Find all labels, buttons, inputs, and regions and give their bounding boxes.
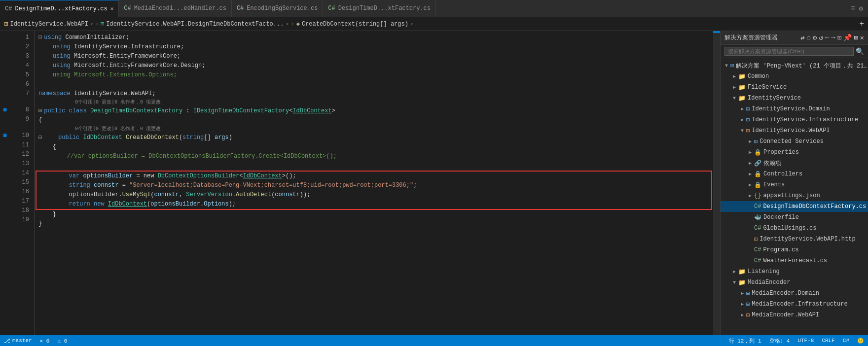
panel-filter-btn[interactable]: ⚙ xyxy=(813,34,817,42)
breadcrumb-dropdown-3[interactable]: ▾ xyxy=(410,21,413,27)
tree-item-me-domain[interactable]: ▶ ⊞ MediaEncoder.Domain xyxy=(721,288,868,299)
code-line-19: } xyxy=(35,219,713,229)
tree-item-identityservice[interactable]: ▼ 📁 IdentityService xyxy=(721,93,868,104)
editor-minimap[interactable] xyxy=(713,31,720,335)
collapse-icon-10[interactable]: ⊟ xyxy=(38,133,42,142)
project-icon-is-webapi: ⊟ xyxy=(746,127,750,135)
collapse-icon-8[interactable]: ⊟ xyxy=(38,106,42,116)
tree-item-events[interactable]: ▶ 🔒 Events xyxy=(721,179,868,190)
status-git[interactable]: ⎇ master xyxy=(4,338,32,344)
tree-item-mediaencoder[interactable]: ▼ 📁 MediaEncoder xyxy=(721,277,868,288)
expand-events[interactable]: ▶ xyxy=(746,182,754,188)
tab-0[interactable]: C# DesignTimeD...xtFactory.cs ✕ xyxy=(0,0,119,17)
expand-appsettings[interactable]: ▶ xyxy=(746,193,754,199)
tree-item-is-domain[interactable]: ▶ ⊞ IdentityService.Domain xyxy=(721,104,868,114)
breadcrumb-sep-1: › xyxy=(95,21,99,28)
tab-2[interactable]: C# EncodingBgService.cs xyxy=(232,0,323,17)
expand-common[interactable]: ▶ xyxy=(730,73,738,79)
tree-item-listening[interactable]: ▶ 📁 Listening xyxy=(721,266,868,277)
panel-home-btn[interactable]: ⌂ xyxy=(807,34,811,42)
folder-icon-common: 📁 xyxy=(738,73,746,80)
collapse-icon-1[interactable]: ⊟ xyxy=(38,33,42,42)
docker-icon: 🐳 xyxy=(754,214,761,221)
code-line-12: //var optionsBuilder = DbContextOptionsB… xyxy=(35,152,713,161)
tree-label-me-infra: MediaEncoder.Infrastructure xyxy=(752,301,868,308)
line-num-19: 19 xyxy=(10,215,34,225)
expand-me-webapi[interactable]: ▶ xyxy=(738,312,746,318)
meta-line-9: 0个引用|0 更改|0 名作者，0 项更改 xyxy=(35,125,713,133)
tree-item-properties[interactable]: ▶ 🔒 Properties xyxy=(721,147,868,158)
tree-item-appsettings[interactable]: ▶ {} appsettings.json xyxy=(721,190,868,201)
expand-solution[interactable]: ▼ xyxy=(723,63,730,69)
expand-is-domain[interactable]: ▶ xyxy=(738,106,746,112)
expand-mediaencoder[interactable]: ▼ xyxy=(730,280,738,285)
tree-item-connected-services[interactable]: ▶ ⊡ Connected Services xyxy=(721,136,868,147)
line-num-18: 18 xyxy=(10,206,34,215)
folder-icon-identityservice: 📁 xyxy=(738,95,746,102)
tree-item-me-webapi[interactable]: ▶ ⊟ MediaEncoder.WebAPI xyxy=(721,310,868,320)
expand-is-infra[interactable]: ▶ xyxy=(738,117,746,123)
panel-undock-btn[interactable]: ⊠ xyxy=(854,34,858,42)
tree-item-designtime[interactable]: C# DesignTimeDbContextFactory.cs xyxy=(721,201,868,212)
tab-label-3: DesignTimeD...xtFactory.cs xyxy=(338,5,431,12)
status-errors[interactable]: ✕ 0 xyxy=(40,338,50,344)
expand-fileservice[interactable]: ▶ xyxy=(730,84,738,90)
status-warnings[interactable]: ⚠ 0 xyxy=(57,338,67,344)
expand-is-webapi[interactable]: ▼ xyxy=(738,128,746,134)
code-line-11: { xyxy=(35,142,713,152)
breadcrumb-namespace[interactable]: IdentityService.WebAPI xyxy=(10,21,88,28)
tree-item-is-infra[interactable]: ▶ ⊞ IdentityService.Infrastructure xyxy=(721,114,868,125)
tree-item-fileservice[interactable]: ▶ 📁 FileService xyxy=(721,82,868,93)
breadcrumb-method[interactable]: CreateDbContext(string[] args) xyxy=(302,21,408,28)
tree-item-globalusings[interactable]: C# GlobalUsings.cs xyxy=(721,223,868,234)
line-num-10: 10 xyxy=(10,131,34,140)
panel-close-btn[interactable]: ✕ xyxy=(860,34,864,42)
expand-properties[interactable]: ▶ xyxy=(746,149,754,155)
panel-tools-btn[interactable]: ⊡ xyxy=(837,34,841,42)
tab-overflow-icon[interactable]: ≡ xyxy=(850,3,856,13)
tree-label-me-domain: MediaEncoder.Domain xyxy=(752,290,868,297)
expand-me-domain[interactable]: ▶ xyxy=(738,290,746,296)
tree-item-deps[interactable]: ▶ 🔗 依赖项 xyxy=(721,158,868,169)
code-editor[interactable]: ⊟ using CommonInitializer; using Identit… xyxy=(35,31,713,335)
expand-deps[interactable]: ▶ xyxy=(746,160,754,166)
expand-identityservice[interactable]: ▼ xyxy=(730,96,738,101)
line-num-3: 3 xyxy=(10,52,34,61)
expand-listening[interactable]: ▶ xyxy=(730,269,738,275)
tree-item-solution[interactable]: ▼ ⊞ 解决方案 'Peng-VNext' (21 个项目，共 21 个) xyxy=(721,60,868,71)
expand-me-infra[interactable]: ▶ xyxy=(738,301,746,307)
panel-refresh-btn[interactable]: ↺ xyxy=(819,34,823,42)
tree-item-weatherforecast[interactable]: C# WeatherForecast.cs xyxy=(721,255,868,266)
expand-controllers[interactable]: ▶ xyxy=(746,171,754,177)
expand-connected-services[interactable]: ▶ xyxy=(746,138,754,144)
tab-bar: C# DesignTimeD...xtFactory.cs ✕ C# Media… xyxy=(0,0,868,17)
solution-explorer-search-input[interactable] xyxy=(724,47,854,56)
tree-item-is-webapi[interactable]: ▼ ⊟ IdentityService.WebAPI xyxy=(721,125,868,136)
tab-settings-icon[interactable]: ⚙ xyxy=(858,3,864,14)
project-icon-me-domain: ⊞ xyxy=(746,290,750,297)
search-icon-btn[interactable]: 🔍 xyxy=(856,47,864,56)
panel-sync-btn[interactable]: ⇄ xyxy=(800,34,804,42)
breadcrumb-dropdown-2[interactable]: ▾ xyxy=(286,21,289,27)
panel-pin-btn[interactable]: 📌 xyxy=(843,34,852,42)
code-container[interactable]: ■ ■ 1 2 3 4 xyxy=(0,31,720,335)
breadcrumb-dropdown-1[interactable]: ▾ xyxy=(90,21,93,27)
bookmark-icon: ⊞ xyxy=(4,20,8,28)
tab-3[interactable]: C# DesignTimeD...xtFactory.cs xyxy=(323,0,436,17)
tree-item-http[interactable]: ⊡ IdentityService.WebAPI.http xyxy=(721,234,868,244)
panel-back-btn[interactable]: ← xyxy=(825,34,829,42)
panel-forward-btn[interactable]: → xyxy=(831,34,835,42)
breadcrumb-add-btn[interactable]: + xyxy=(859,20,864,29)
status-feedback[interactable]: 🙂 xyxy=(857,338,864,344)
tab-close-0[interactable]: ✕ xyxy=(110,5,114,12)
tree-item-program[interactable]: C# Program.cs xyxy=(721,244,868,255)
tree-item-dockerfile[interactable]: 🐳 Dockerfile xyxy=(721,212,868,223)
tree-item-common[interactable]: ▶ 📁 Common xyxy=(721,71,868,82)
tab-1[interactable]: C# MediaEncodi...edHandler.cs xyxy=(119,0,232,17)
breadcrumb-class[interactable]: IdentityService.WebAPI.DesignTimeDbConte… xyxy=(106,21,284,28)
tree-item-me-infra[interactable]: ▶ ⊞ MediaEncoder.Infrastructure xyxy=(721,299,868,310)
status-spaces: 空格: 4 xyxy=(769,337,790,345)
tree-item-controllers[interactable]: ▶ 🔒 Controllers xyxy=(721,169,868,179)
tree-label-weatherforecast: WeatherForecast.cs xyxy=(763,257,868,264)
solution-explorer-tree[interactable]: ▼ ⊞ 解决方案 'Peng-VNext' (21 个项目，共 21 个) ▶ … xyxy=(721,58,868,335)
